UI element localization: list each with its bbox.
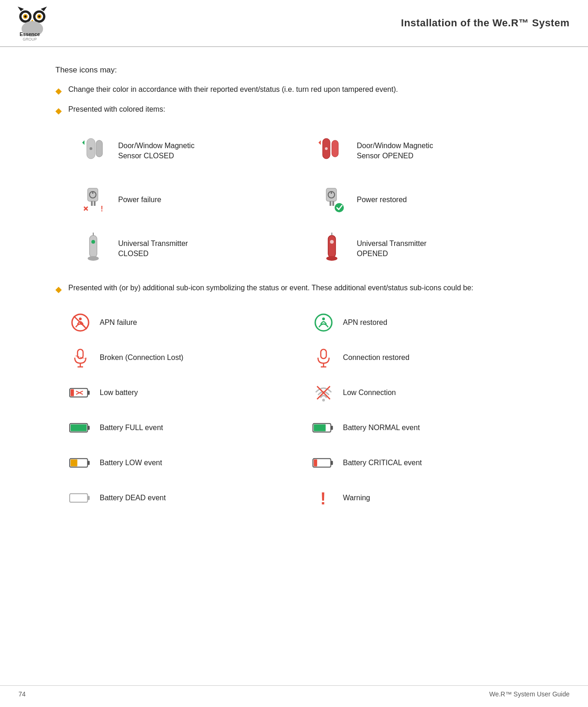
svg-rect-19 — [332, 140, 338, 157]
sensor-opened-icon — [317, 135, 349, 167]
svg-text:!: ! — [101, 205, 103, 213]
bullet-text-3: Presented with (or by) additional sub-ic… — [68, 282, 474, 294]
device-icon-grid: Door/Window MagneticSensor CLOSED Door/W… — [74, 126, 551, 273]
page-footer: 74 We.R™ System User Guide — [0, 685, 588, 698]
svg-rect-77 — [88, 496, 90, 500]
svg-marker-16 — [82, 140, 84, 145]
svg-point-35 — [335, 203, 344, 212]
warning-label: Warning — [343, 494, 370, 502]
battery-low-icon — [69, 452, 91, 474]
svg-rect-24 — [94, 201, 96, 206]
univ-closed-icon — [78, 233, 111, 265]
power-restored-cell: Power restored — [312, 175, 551, 224]
battery-critical-icon — [312, 452, 335, 474]
battery-low-cell: Battery LOW event — [65, 445, 308, 480]
svg-point-21 — [325, 147, 328, 150]
conn-restored-icon — [312, 347, 335, 369]
power-failure-label: Power failure — [118, 195, 161, 205]
power-failure-cell: ! Power failure — [74, 175, 312, 224]
svg-rect-58 — [71, 389, 74, 396]
svg-rect-71 — [88, 461, 90, 465]
svg-point-42 — [330, 240, 334, 244]
battery-dead-label: Battery DEAD event — [100, 494, 166, 502]
apn-failure-label: APN failure — [100, 318, 137, 327]
svg-marker-9 — [18, 6, 24, 11]
svg-text:Essence: Essence — [20, 31, 40, 37]
svg-rect-40 — [328, 235, 336, 258]
bullet-text-1: Change their color in accordance with th… — [68, 84, 398, 95]
svg-marker-20 — [318, 140, 321, 145]
svg-point-43 — [326, 256, 337, 261]
power-restored-icon — [317, 184, 349, 216]
low-connection-label: Low Connection — [343, 389, 396, 397]
battery-full-cell: Battery FULL event — [65, 410, 308, 445]
main-content: These icons may: ◆ Change their color in… — [0, 47, 588, 552]
bullet-item-2: ◆ Presented with colored items: — [55, 104, 551, 117]
svg-rect-23 — [91, 201, 93, 206]
low-battery-cell: Low battery — [65, 375, 308, 410]
svg-point-38 — [91, 240, 95, 244]
svg-point-45 — [79, 318, 82, 320]
warning-icon: ! — [312, 487, 335, 509]
apn-failure-cell: APN failure — [65, 305, 308, 340]
apn-restored-cell: APN restored — [308, 305, 551, 340]
logo: Essence GROUP — [9, 5, 55, 42]
warning-cell: ! Warning — [308, 480, 551, 515]
bullet-item-1: ◆ Change their color in accordance with … — [55, 84, 551, 97]
svg-text:GROUP: GROUP — [23, 37, 37, 42]
low-connection-cell: Low Connection — [308, 375, 551, 410]
diamond-icon-2: ◆ — [55, 105, 62, 117]
svg-rect-69 — [314, 425, 326, 431]
univ-opened-icon — [317, 233, 349, 265]
diamond-icon-3: ◆ — [55, 283, 62, 296]
guide-name: We.R™ System User Guide — [489, 690, 570, 698]
svg-rect-32 — [332, 201, 334, 206]
low-battery-label: Low battery — [100, 389, 138, 397]
battery-full-label: Battery FULL event — [100, 424, 163, 432]
battery-normal-label: Battery NORMAL event — [343, 424, 420, 432]
svg-point-17 — [90, 147, 92, 150]
broken-conn-icon — [69, 347, 91, 369]
diamond-icon-1: ◆ — [55, 85, 62, 97]
svg-rect-76 — [70, 494, 88, 502]
bullet-item-3: ◆ Presented with (or by) additional sub-… — [55, 282, 551, 296]
battery-full-icon — [69, 417, 91, 439]
svg-point-39 — [88, 256, 99, 261]
svg-point-48 — [322, 318, 325, 320]
battery-dead-cell: Battery DEAD event — [65, 480, 308, 515]
svg-rect-31 — [330, 201, 331, 206]
sensor-closed-cell: Door/Window MagneticSensor CLOSED — [74, 126, 312, 175]
apn-restored-icon — [312, 312, 335, 334]
svg-rect-65 — [88, 425, 90, 430]
battery-dead-icon — [69, 487, 91, 509]
sensor-closed-icon — [78, 135, 111, 167]
apn-failure-icon — [69, 312, 91, 334]
univ-closed-cell: Universal TransmitterCLOSED — [74, 224, 312, 273]
battery-critical-cell: Battery CRITICAL event — [308, 445, 551, 480]
low-battery-icon — [69, 382, 91, 404]
svg-rect-68 — [331, 425, 333, 430]
sensor-opened-cell: Door/Window MagneticSensor OPENED — [312, 126, 551, 175]
bullet-text-2: Presented with colored items: — [68, 104, 165, 115]
svg-point-61 — [322, 399, 325, 401]
svg-rect-75 — [314, 460, 317, 467]
svg-rect-72 — [71, 460, 78, 467]
svg-point-6 — [24, 15, 27, 18]
sensor-closed-label: Door/Window MagneticSensor CLOSED — [118, 141, 194, 162]
battery-normal-cell: Battery NORMAL event — [308, 410, 551, 445]
svg-rect-15 — [96, 140, 102, 157]
bullet-list: ◆ Change their color in accordance with … — [55, 84, 551, 117]
svg-rect-36 — [90, 235, 97, 258]
svg-text:!: ! — [320, 489, 326, 508]
header-title: Installation of the We.R™ System — [55, 17, 570, 29]
battery-critical-label: Battery CRITICAL event — [343, 459, 422, 467]
broken-conn-label: Broken (Connection Lost) — [100, 354, 183, 362]
univ-opened-label: Universal TransmitterOPENED — [357, 239, 426, 259]
intro-text: These icons may: — [55, 66, 551, 75]
broken-conn-cell: Broken (Connection Lost) — [65, 340, 308, 375]
power-failure-icon: ! — [78, 184, 111, 216]
univ-closed-label: Universal TransmitterCLOSED — [118, 239, 188, 259]
svg-rect-57 — [88, 390, 90, 395]
sensor-opened-label: Door/Window MagneticSensor OPENED — [357, 141, 433, 162]
svg-rect-53 — [321, 349, 326, 359]
